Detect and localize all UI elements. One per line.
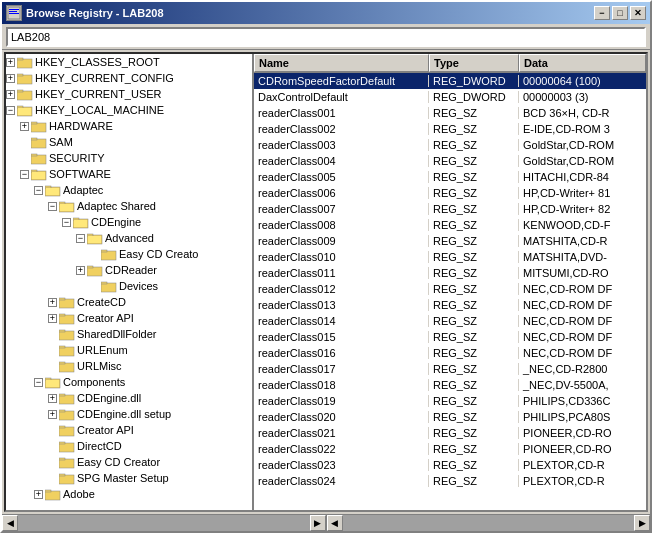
expand-components[interactable]: − <box>34 378 43 387</box>
tree-item-creator_api[interactable]: + Creator API <box>6 310 252 326</box>
cell-data: PHILIPS,CD336C <box>519 395 646 407</box>
tree-item-current_config[interactable]: + HKEY_CURRENT_CONFIG <box>6 70 252 86</box>
list-row[interactable]: readerClass006 REG_SZ HP,CD-Writer+ 81 <box>254 185 646 201</box>
list-row[interactable]: readerClass008 REG_SZ KENWOOD,CD-F <box>254 217 646 233</box>
list-row[interactable]: readerClass013 REG_SZ NEC,CD-ROM DF <box>254 297 646 313</box>
tree-item-security[interactable]: SECURITY <box>6 150 252 166</box>
tree-scroll[interactable]: + HKEY_CLASSES_ROOT+ HKEY_CURRENT_CONFIG… <box>6 54 252 510</box>
list-row[interactable]: readerClass004 REG_SZ GoldStar,CD-ROM <box>254 153 646 169</box>
close-button[interactable]: ✕ <box>630 6 646 20</box>
tree-item-components[interactable]: − Components <box>6 374 252 390</box>
svg-rect-42 <box>59 315 74 324</box>
tree-item-urlenum[interactable]: URLEnum <box>6 342 252 358</box>
list-row[interactable]: CDRomSpeedFactorDefault REG_DWORD 000000… <box>254 73 646 89</box>
expand-cdengine_dll[interactable]: + <box>48 394 57 403</box>
expand-current_config[interactable]: + <box>6 74 15 83</box>
list-row[interactable]: readerClass018 REG_SZ _NEC,DV-5500A, <box>254 377 646 393</box>
tree-item-creator_api2[interactable]: Creator API <box>6 422 252 438</box>
tree-item-software[interactable]: − SOFTWARE <box>6 166 252 182</box>
header-type[interactable]: Type <box>429 54 519 72</box>
list-row[interactable]: readerClass021 REG_SZ PIONEER,CD-RO <box>254 425 646 441</box>
list-row[interactable]: readerClass014 REG_SZ NEC,CD-ROM DF <box>254 313 646 329</box>
expand-adobe[interactable]: + <box>34 490 43 499</box>
tree-item-createcd[interactable]: + CreateCD <box>6 294 252 310</box>
tree-item-hardware[interactable]: + HARDWARE <box>6 118 252 134</box>
svg-rect-32 <box>87 234 93 236</box>
cell-data: _NEC,DV-5500A, <box>519 379 646 391</box>
hscroll2-track[interactable] <box>343 515 635 531</box>
window-title: Browse Registry - LAB208 <box>26 7 590 19</box>
svg-rect-47 <box>59 346 65 348</box>
list-row[interactable]: readerClass020 REG_SZ PHILIPS,PCA80S <box>254 409 646 425</box>
tree-item-cdreader[interactable]: + CDReader <box>6 262 252 278</box>
list-row[interactable]: readerClass019 REG_SZ PHILIPS,CD336C <box>254 393 646 409</box>
list-row[interactable]: readerClass023 REG_SZ PLEXTOR,CD-R <box>254 457 646 473</box>
hscroll-track[interactable] <box>18 515 310 531</box>
expand-local_machine[interactable]: − <box>6 106 15 115</box>
tree-item-adobe[interactable]: + Adobe <box>6 486 252 502</box>
tree-item-devices[interactable]: Devices <box>6 278 252 294</box>
expand-hardware[interactable]: + <box>20 122 29 131</box>
tree-label-current_config: HKEY_CURRENT_CONFIG <box>35 72 174 84</box>
list-row[interactable]: DaxControlDefault REG_DWORD 00000003 (3) <box>254 89 646 105</box>
tree-item-easy_cd_creator[interactable]: Easy CD Creator <box>6 454 252 470</box>
folder-icon-advanced <box>87 231 103 245</box>
header-name[interactable]: Name <box>254 54 429 72</box>
expand-cdengine_dll_setup[interactable]: + <box>48 410 57 419</box>
list-scroll[interactable]: CDRomSpeedFactorDefault REG_DWORD 000000… <box>254 73 646 510</box>
list-row[interactable]: readerClass010 REG_SZ MATSHITA,DVD- <box>254 249 646 265</box>
tree-item-advanced[interactable]: − Advanced <box>6 230 252 246</box>
tree-item-local_machine[interactable]: − HKEY_LOCAL_MACHINE <box>6 102 252 118</box>
tree-item-cdengine[interactable]: − CDEngine <box>6 214 252 230</box>
cell-type: REG_SZ <box>429 235 519 247</box>
address-input[interactable] <box>6 27 646 47</box>
expand-classes_root[interactable]: + <box>6 58 15 67</box>
cell-data: 00000064 (100) <box>519 75 646 87</box>
list-row[interactable]: readerClass002 REG_SZ E-IDE,CD-ROM 3 <box>254 121 646 137</box>
expand-creator_api[interactable]: + <box>48 314 57 323</box>
tree-label-adaptec_shared: Adaptec Shared <box>77 200 156 212</box>
expand-software[interactable]: − <box>20 170 29 179</box>
expand-cdreader[interactable]: + <box>76 266 85 275</box>
tree-item-urlmisc[interactable]: URLMisc <box>6 358 252 374</box>
expand-current_user[interactable]: + <box>6 90 15 99</box>
hscroll-left-btn[interactable]: ◀ <box>2 515 18 531</box>
content-area: + HKEY_CLASSES_ROOT+ HKEY_CURRENT_CONFIG… <box>4 52 648 512</box>
expand-createcd[interactable]: + <box>48 298 57 307</box>
list-row[interactable]: readerClass012 REG_SZ NEC,CD-ROM DF <box>254 281 646 297</box>
maximize-button[interactable]: □ <box>612 6 628 20</box>
list-row[interactable]: readerClass001 REG_SZ BCD 36×H, CD-R <box>254 105 646 121</box>
tree-item-cdengine_dll_setup[interactable]: + CDEngine.dll setup <box>6 406 252 422</box>
tree-item-current_user[interactable]: + HKEY_CURRENT_USER <box>6 86 252 102</box>
tree-item-adaptec[interactable]: − Adaptec <box>6 182 252 198</box>
tree-item-classes_root[interactable]: + HKEY_CLASSES_ROOT <box>6 54 252 70</box>
tree-item-directcd[interactable]: DirectCD <box>6 438 252 454</box>
expand-advanced[interactable]: − <box>76 234 85 243</box>
minimize-button[interactable]: − <box>594 6 610 20</box>
folder-icon-directcd <box>59 439 75 453</box>
list-row[interactable]: readerClass022 REG_SZ PIONEER,CD-RO <box>254 441 646 457</box>
list-row[interactable]: readerClass024 REG_SZ PLEXTOR,CD-R <box>254 473 646 489</box>
tree-item-shareddllfolder[interactable]: SharedDllFolder <box>6 326 252 342</box>
tree-item-spg_master_setup[interactable]: SPG Master Setup <box>6 470 252 486</box>
list-row[interactable]: readerClass005 REG_SZ HITACHI,CDR-84 <box>254 169 646 185</box>
expand-adaptec[interactable]: − <box>34 186 43 195</box>
expand-adaptec_shared[interactable]: − <box>48 202 57 211</box>
list-row[interactable]: readerClass017 REG_SZ _NEC,CD-R2800 <box>254 361 646 377</box>
list-row[interactable]: readerClass016 REG_SZ NEC,CD-ROM DF <box>254 345 646 361</box>
list-row[interactable]: readerClass007 REG_SZ HP,CD-Writer+ 82 <box>254 201 646 217</box>
tree-item-cdengine_dll[interactable]: + CDEngine.dll <box>6 390 252 406</box>
hscroll-right-btn[interactable]: ▶ <box>310 515 326 531</box>
tree-label-creator_api2: Creator API <box>77 424 134 436</box>
hscroll2-right-btn[interactable]: ▶ <box>634 515 650 531</box>
tree-item-easy_cd_creato[interactable]: Easy CD Creato <box>6 246 252 262</box>
expand-cdengine[interactable]: − <box>62 218 71 227</box>
list-row[interactable]: readerClass003 REG_SZ GoldStar,CD-ROM <box>254 137 646 153</box>
hscroll2-left-btn[interactable]: ◀ <box>327 515 343 531</box>
header-data[interactable]: Data <box>519 54 646 72</box>
list-row[interactable]: readerClass009 REG_SZ MATSHITA,CD-R <box>254 233 646 249</box>
tree-item-sam[interactable]: SAM <box>6 134 252 150</box>
list-row[interactable]: readerClass011 REG_SZ MITSUMI,CD-RO <box>254 265 646 281</box>
list-row[interactable]: readerClass015 REG_SZ NEC,CD-ROM DF <box>254 329 646 345</box>
tree-item-adaptec_shared[interactable]: − Adaptec Shared <box>6 198 252 214</box>
